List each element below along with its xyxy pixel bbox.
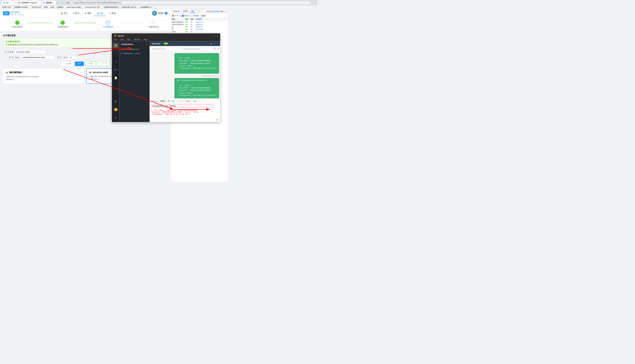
bookmark-translate[interactable]: 百度翻译-200种语...	[13, 6, 30, 9]
notification-icon[interactable]: 🔔	[152, 11, 157, 16]
bottom-qos-select[interactable]: 0 1 2	[177, 100, 183, 103]
more-icon[interactable]: ⋯	[216, 43, 218, 45]
bookmark-tianjige[interactable]: (天机阁暴算) 1.1...	[139, 6, 155, 9]
save-button[interactable]: 保存	[75, 62, 84, 66]
menu-icon[interactable]: ⋮	[314, 2, 316, 4]
send-button[interactable]: ➤	[150, 117, 220, 122]
bookmark-issue[interactable]: 问题描述	[56, 6, 64, 9]
bookmark-sd[interactable]: stable diffusion架生...	[65, 6, 83, 9]
topic-input[interactable]	[21, 56, 55, 59]
network-row[interactable]: 1694223265544900609 200 xhr device.ts:6	[171, 21, 228, 23]
network-link[interactable]: 网络	[220, 10, 224, 13]
topic-input-field[interactable]	[151, 47, 181, 51]
refresh-button[interactable]: ↻	[67, 2, 69, 4]
bookmark-189[interactable]: (189条消息) 自己动...	[120, 6, 138, 9]
payload-area[interactable]: { "id":"1014", "deviceId":"1694223265544…	[150, 108, 220, 117]
disable-cache-checkbox[interactable]: 禁用缓存	[191, 15, 199, 17]
sidebar-connections-icon[interactable]: ⚡	[113, 43, 119, 49]
bookmark-cloud[interactable]: 云服务器管理控制台	[103, 6, 120, 9]
meta-button[interactable]: Meta	[192, 100, 198, 102]
sidebar-wifi-icon[interactable]: 📶	[113, 107, 119, 113]
preserve-log-checkbox[interactable]: 保留日志	[182, 15, 190, 17]
search-icon[interactable]: 🔍	[179, 15, 181, 17]
bottom-qos-label: QoS:	[171, 100, 175, 102]
menu-window[interactable]: Window	[134, 38, 141, 41]
sidebar-subscriptions-icon[interactable]: ↔	[113, 51, 118, 57]
tab-pingcode[interactable]: 📋 (HIT) 项目管理 - Pingcode ×	[13, 1, 41, 5]
devtools-tab-network[interactable]: 网络	[190, 10, 196, 13]
field-name-input[interactable]	[15, 50, 45, 54]
forward-button[interactable]: →	[64, 2, 66, 4]
payload-type-select[interactable]: JSON Plaintext	[159, 100, 171, 103]
clear-button[interactable]: ⊘	[175, 15, 176, 17]
sidebar-add-icon[interactable]: +	[113, 59, 117, 65]
menu-view[interactable]: View	[126, 38, 131, 41]
devtools-tabs: Elements 控制台 网络 × »	[172, 10, 200, 13]
mqttx-close[interactable]: ×	[217, 34, 218, 37]
topic-arrow-right[interactable]: →	[217, 105, 219, 107]
network-close[interactable]: ×	[224, 11, 225, 12]
menu-help[interactable]: Help	[143, 38, 148, 41]
star-icon[interactable]: ☆	[311, 2, 313, 4]
bookmark-baidu[interactable]: 百度PC主页	[1, 6, 12, 9]
devtools-expand[interactable]: »	[226, 11, 227, 12]
retain-button[interactable]: Retain	[184, 100, 191, 102]
prev-button[interactable]: ← 上一步	[61, 62, 74, 66]
nav-home[interactable]: 🏠 首页	[58, 11, 70, 16]
search-messages-icon[interactable]: 🔍	[214, 47, 216, 51]
address-bar[interactable]: localhost:8080/#/device/edit?id=16942232…	[71, 2, 310, 4]
bookmark-win10[interactable]: 专注于win10	[31, 6, 42, 9]
network-row[interactable]: 1694223265544900609 200 xhr profile.ts:8	[171, 23, 228, 26]
network-row[interactable]: list 200 xhr point.ts:89	[171, 28, 228, 30]
menu-file[interactable]: File	[114, 38, 118, 41]
tab-favicon3: ⚙	[43, 2, 45, 4]
send-topic-input[interactable]	[151, 104, 214, 107]
network-row[interactable]: profile 200 xhr ...	[171, 30, 228, 33]
message-input-field[interactable]	[182, 47, 212, 51]
menu-edit[interactable]: Edit	[120, 38, 124, 41]
next-button[interactable]: ✓ 下一步	[97, 62, 110, 66]
reset-button[interactable]: ↺ 恢复	[85, 62, 96, 66]
bookmark-ops[interactable]: 运维	[49, 6, 55, 9]
connection-bar: dc3-local ▼ 465 ⏻ ✏ ⋯	[150, 41, 220, 46]
elements-link[interactable]: 元素	[211, 10, 214, 13]
nav-template[interactable]: 🖥 模板	[82, 11, 93, 16]
tab-close3[interactable]: ×	[53, 2, 54, 4]
bookmark-shop[interactable]: 商城	[43, 6, 48, 9]
edit-icon[interactable]: ✏	[213, 43, 215, 45]
tab-settings[interactable]: ⚙ 设置编辑 ×	[41, 1, 56, 5]
sidebar-log-icon[interactable]: 📋	[113, 75, 119, 81]
bookmark-js[interactable]: JavaScript API | 置...	[84, 6, 101, 9]
card-2-qos-label: 指令Qos: 0	[91, 78, 99, 81]
network-row[interactable]: list 200 xhr profile.ts:1	[171, 26, 228, 28]
devtools-close[interactable]: ×	[197, 10, 198, 13]
record-button[interactable]: 🔴	[172, 15, 174, 17]
tab-iot[interactable]: 🌐 IOT ×	[1, 1, 12, 5]
connection-item[interactable]: dc3-local@dc3-rab...	[120, 47, 150, 52]
throttle-select[interactable]: 无限制	[200, 14, 206, 17]
admin-badge: 3	[165, 12, 168, 14]
back-button[interactable]: ←	[61, 2, 63, 4]
devtools-more[interactable]: »	[199, 10, 200, 13]
console-link[interactable]: 控制台	[215, 10, 220, 13]
add-connection-button[interactable]: +	[146, 43, 148, 46]
devtools-tab-elements[interactable]: Elements	[172, 10, 181, 13]
filter-icon[interactable]: ☰	[177, 15, 178, 17]
power-icon[interactable]: ⏻	[210, 43, 212, 45]
nav-driver[interactable]: ✈ 驱动	[71, 11, 81, 16]
settings-messages-icon[interactable]: ⚙	[217, 47, 219, 51]
mqttx-maximize[interactable]: □	[215, 34, 216, 37]
tab-close[interactable]: ×	[10, 2, 11, 4]
msg-2-meta: Topic: dc3/default/dc3-driver-mqtt/data …	[176, 79, 217, 81]
qos-input[interactable]	[69, 56, 77, 59]
nav-device[interactable]: 📊 设备	[94, 11, 106, 16]
devtools-tab-console[interactable]: 控制台	[182, 10, 189, 13]
sidebar-settings-icon[interactable]: ⚙	[113, 99, 118, 104]
tab-close2[interactable]: ×	[38, 2, 39, 4]
sidebar-code-icon[interactable]: </>	[112, 67, 119, 73]
mqttx-minimize[interactable]: ─	[212, 34, 213, 37]
messages-area: { "id": "1014", "deviceId": "16942232655…	[150, 52, 220, 98]
sidebar-info-icon[interactable]: ℹ	[114, 115, 117, 121]
nav-data[interactable]: 📈 数据	[106, 11, 118, 16]
new-tab-button[interactable]: +	[56, 2, 59, 4]
